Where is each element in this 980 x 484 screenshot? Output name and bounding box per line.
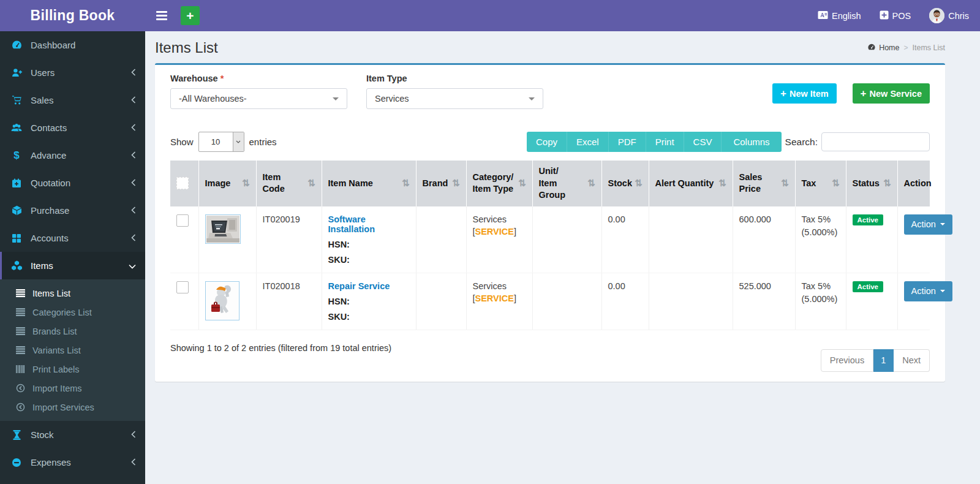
item-name-link[interactable]: Software Installation [328, 214, 375, 234]
submenu-item-print-labels[interactable]: Print Labels [0, 360, 145, 379]
item-type-label: Item Type [366, 74, 543, 83]
chevron-left-icon [131, 123, 136, 133]
app-logo[interactable]: Billing Book [0, 0, 145, 31]
sort-icon[interactable]: ⇅ [883, 178, 891, 189]
sort-icon[interactable]: ⇅ [402, 178, 410, 189]
cell-sales-price: 525.000 [733, 273, 795, 330]
row-checkbox[interactable] [176, 281, 189, 293]
submenu-item-categories-list[interactable]: Categories List [0, 303, 145, 322]
csv-button[interactable]: CSV [684, 132, 722, 152]
table-row: IT020019 Software Installation HSN: SKU:… [170, 206, 930, 273]
warehouse-filter: Warehouse * -All Warehouses- [170, 74, 347, 109]
column-header-alert-quantity[interactable]: Alert Quantity⇅ [649, 161, 733, 206]
sidebar-item-users[interactable]: Users [0, 59, 145, 86]
column-header-sales-price[interactable]: Sales Price⇅ [733, 161, 795, 206]
sidebar-toggle-button[interactable] [153, 6, 171, 25]
sort-icon[interactable]: ⇅ [832, 178, 840, 189]
new-service-label: New Service [870, 89, 922, 99]
sort-icon[interactable]: ⇅ [242, 178, 250, 189]
column-header-item-code[interactable]: Item Code⇅ [256, 161, 322, 206]
pagination-page-1[interactable]: 1 [873, 349, 894, 372]
sidebar-item-accounts[interactable]: Accounts [0, 224, 145, 252]
language-label: English [832, 11, 861, 21]
submenu-item-label: Brands List [32, 327, 77, 336]
sort-icon[interactable]: ⇅ [307, 178, 315, 189]
new-item-button[interactable]: + New Item [772, 83, 837, 104]
sidebar-item-dashboard[interactable]: Dashboard [0, 31, 145, 59]
sidebar-item-label: Accounts [31, 233, 69, 243]
language-menu[interactable]: English [818, 10, 861, 21]
items-submenu: Items List Categories List Brands List V… [0, 279, 145, 421]
language-icon [818, 10, 828, 21]
submenu-item-items-list[interactable]: Items List [0, 284, 145, 303]
submenu-item-label: Import Items [32, 384, 82, 393]
sort-icon[interactable]: ⇅ [518, 178, 526, 189]
breadcrumb-home-link[interactable]: Home [867, 43, 899, 53]
item-image-software-installation[interactable] [205, 214, 241, 244]
excel-button[interactable]: Excel [567, 132, 608, 152]
submenu-item-import-items[interactable]: Import Items [0, 379, 145, 398]
submenu-item-variants-list[interactable]: Variants List [0, 341, 145, 360]
chevron-down-icon [129, 260, 136, 271]
print-button[interactable]: Print [646, 132, 684, 152]
cell-brand [416, 206, 466, 273]
sidebar-item-advance[interactable]: $ Advance [0, 142, 145, 169]
search-label: Search: [785, 137, 818, 148]
column-header-unit[interactable]: Unit/Item Group⇅ [532, 161, 601, 206]
item-image-repair-service[interactable] [205, 281, 239, 320]
cell-sales-price: 600.000 [733, 206, 795, 273]
sort-icon[interactable]: ⇅ [587, 178, 595, 189]
sort-icon[interactable]: ⇅ [635, 178, 643, 189]
cell-action: Action [897, 273, 930, 330]
sidebar-item-sales[interactable]: Sales [0, 86, 145, 114]
chevron-left-icon [131, 178, 136, 188]
plus-icon: + [861, 88, 867, 99]
status-badge: Active [853, 214, 884, 225]
breadcrumb-home-label: Home [879, 43, 899, 52]
submenu-item-import-services[interactable]: Import Services [0, 398, 145, 417]
sidebar-item-contacts[interactable]: Contacts [0, 114, 145, 142]
column-header-status[interactable]: Status⇅ [846, 161, 897, 206]
column-header-image[interactable]: Image⇅ [198, 161, 256, 206]
sort-icon[interactable]: ⇅ [718, 178, 726, 189]
submenu-item-label: Import Services [32, 403, 94, 412]
item-name-link[interactable]: Repair Service [328, 281, 390, 291]
column-header-item-name[interactable]: Item Name⇅ [322, 161, 416, 206]
page-length-select[interactable]: 10 [198, 132, 244, 152]
sidebar-item-quotation[interactable]: Quotation [0, 169, 145, 197]
column-header-category[interactable]: Category/Item Type⇅ [466, 161, 532, 206]
sku-label: SKU: [328, 312, 410, 322]
sidebar-item-items[interactable]: Items [0, 252, 145, 279]
action-dropdown-button[interactable]: Action [904, 214, 952, 235]
warehouse-select[interactable]: -All Warehouses- [170, 88, 347, 109]
table-header-row: Image⇅ Item Code⇅ Item Name⇅ Brand⇅ Cate… [170, 161, 930, 206]
pos-button[interactable]: POS [880, 10, 911, 21]
columns-button[interactable]: Columns [721, 132, 781, 152]
sort-icon[interactable]: ⇅ [781, 178, 789, 189]
pdf-button[interactable]: PDF [608, 132, 646, 152]
quick-add-button[interactable]: + [181, 6, 200, 25]
sort-icon[interactable]: ⇅ [452, 178, 460, 189]
column-header-brand[interactable]: Brand⇅ [416, 161, 466, 206]
select-all-checkbox [176, 177, 189, 189]
row-checkbox[interactable] [176, 214, 189, 227]
item-type-select[interactable]: Services [366, 88, 543, 109]
column-header-stock[interactable]: Stock⇅ [601, 161, 649, 206]
search-input[interactable] [821, 132, 930, 151]
sidebar-item-stock[interactable]: Stock [0, 421, 145, 448]
column-header-tax[interactable]: Tax⇅ [795, 161, 846, 206]
sidebar-item-expenses[interactable]: Expenses [0, 448, 145, 476]
user-menu[interactable]: Chris [929, 8, 969, 23]
submenu-item-brands-list[interactable]: Brands List [0, 322, 145, 341]
new-service-button[interactable]: + New Service [853, 83, 930, 104]
pagination-previous[interactable]: Previous [821, 349, 873, 372]
pagination-next[interactable]: Next [894, 349, 930, 372]
sidebar: Billing Book Dashboard Users Sales Conta… [0, 0, 145, 484]
hsn-label: HSN: [328, 240, 410, 249]
cell-tax: Tax 5%(5.000%) [795, 273, 846, 330]
sidebar-item-purchase[interactable]: Purchase [0, 197, 145, 224]
cube-icon [10, 205, 23, 216]
action-dropdown-button[interactable]: Action [904, 281, 952, 301]
copy-button[interactable]: Copy [527, 132, 567, 152]
minus-circle-icon [10, 458, 23, 467]
